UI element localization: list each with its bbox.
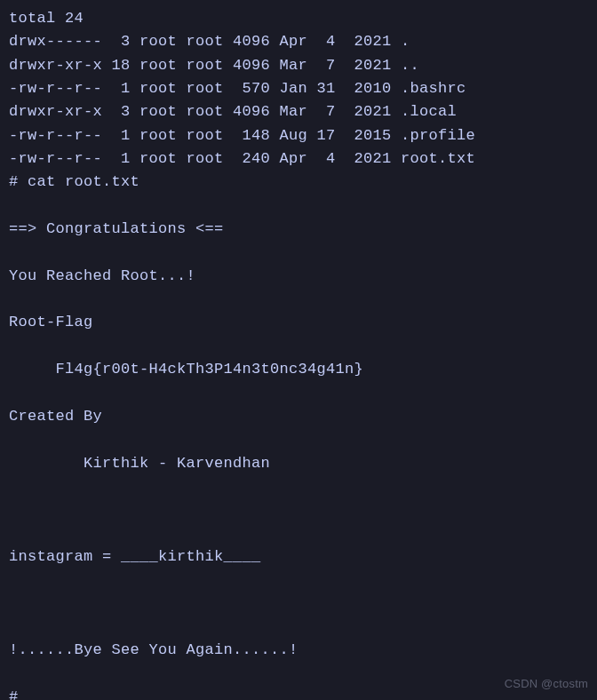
terminal-output: total 24 drwx------ 3 root root 4096 Apr… — [9, 7, 588, 700]
watermark: CSDN @ctostm — [505, 675, 588, 693]
